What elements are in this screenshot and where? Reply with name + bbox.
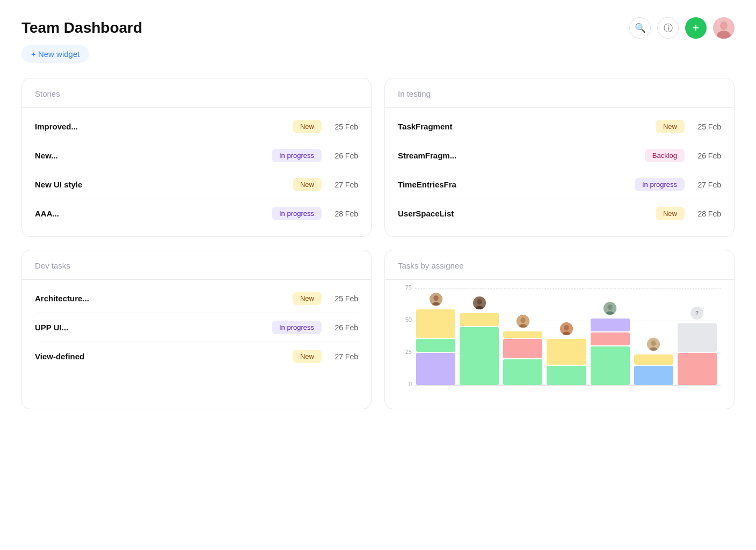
- bar-group: [591, 319, 630, 385]
- bar-avatar: [429, 292, 443, 306]
- bar-segment: [591, 319, 630, 331]
- bar-group: [547, 339, 586, 385]
- bar-avatar: ?: [690, 306, 704, 320]
- dev-tasks-header: Dev tasks: [22, 250, 371, 280]
- task-row[interactable]: TimeEntriesFra In progress 27 Feb: [398, 170, 721, 199]
- task-row[interactable]: StreamFragm... Backlog 26 Feb: [398, 141, 721, 170]
- tasks-by-assignee-widget: Tasks by assignee 7550250?: [384, 250, 735, 409]
- stories-body: Improved... New 25 Feb New... In progres…: [22, 108, 371, 236]
- task-date: 27 Feb: [328, 352, 358, 361]
- stories-header: Stories: [22, 78, 371, 108]
- task-name: TimeEntriesFra: [398, 180, 628, 189]
- svg-point-10: [520, 317, 525, 323]
- new-widget-label: + New widget: [31, 49, 79, 59]
- bar-segment: [416, 353, 455, 385]
- page-title: Team Dashboard: [21, 19, 142, 37]
- bar-stack: [460, 313, 499, 385]
- bar-segment: [591, 332, 630, 345]
- task-name: UPP UI...: [35, 323, 265, 332]
- bar-avatar: [646, 337, 660, 351]
- add-button[interactable]: +: [685, 17, 707, 39]
- bar-segment: [460, 313, 499, 326]
- task-name: TaskFragment: [398, 122, 649, 131]
- bar-stack: [547, 339, 586, 385]
- chart-container: 7550250?: [398, 288, 721, 396]
- y-axis-label: 25: [398, 349, 412, 355]
- task-row[interactable]: AAA... In progress 28 Feb: [35, 199, 358, 228]
- task-date: 25 Feb: [691, 122, 721, 131]
- bar-avatar: [603, 301, 617, 315]
- in-testing-title: In testing: [398, 89, 431, 98]
- header-actions: 🔍 ⓘ +: [629, 17, 735, 39]
- bar-stack: [503, 331, 542, 385]
- task-row[interactable]: New UI style New 27 Feb: [35, 170, 358, 199]
- status-badge: In progress: [635, 178, 685, 191]
- bar-group: [416, 309, 455, 385]
- help-icon: ⓘ: [664, 22, 673, 34]
- help-button[interactable]: ⓘ: [657, 17, 679, 39]
- task-row[interactable]: UserSpaceList New 28 Feb: [398, 199, 721, 228]
- task-row[interactable]: Architecture... New 25 Feb: [35, 284, 358, 313]
- bar-segment: [416, 309, 455, 338]
- x-axis-line: [416, 385, 717, 386]
- bar-group: [460, 313, 499, 385]
- bar-avatar: [516, 314, 530, 328]
- bar-group: ?: [678, 323, 717, 385]
- bar-stack: [678, 323, 717, 385]
- status-badge: New: [293, 350, 322, 363]
- status-badge: In progress: [272, 321, 322, 334]
- dev-tasks-title: Dev tasks: [35, 261, 70, 270]
- task-row[interactable]: New... In progress 26 Feb: [35, 141, 358, 170]
- user-avatar[interactable]: [713, 17, 735, 39]
- svg-text:?: ?: [695, 310, 699, 316]
- in-testing-header: In testing: [385, 78, 734, 108]
- y-axis-label: 50: [398, 316, 412, 323]
- dev-tasks-widget: Dev tasks Architecture... New 25 Feb UPP…: [21, 250, 372, 409]
- task-name: Improved...: [35, 122, 286, 131]
- in-testing-body: TaskFragment New 25 Feb StreamFragm... B…: [385, 108, 734, 236]
- bar-segment: [460, 327, 499, 385]
- task-name: View-defined: [35, 352, 286, 361]
- status-badge: In progress: [272, 149, 322, 162]
- new-widget-button[interactable]: + New widget: [21, 45, 89, 63]
- task-row[interactable]: UPP UI... In progress 26 Feb: [35, 313, 358, 342]
- task-date: 26 Feb: [691, 151, 721, 160]
- plus-icon: +: [693, 21, 700, 35]
- stories-widget: Stories Improved... New 25 Feb New... In…: [21, 78, 372, 237]
- bar-segment: [503, 331, 542, 338]
- svg-point-1: [720, 21, 728, 30]
- bar-group: [634, 354, 673, 385]
- search-button[interactable]: 🔍: [629, 17, 651, 39]
- status-badge: Backlog: [645, 149, 685, 162]
- header-left: Team Dashboard: [21, 19, 142, 37]
- y-axis-label: 0: [398, 381, 412, 387]
- task-date: 25 Feb: [328, 122, 358, 131]
- task-name: UserSpaceList: [398, 209, 649, 218]
- task-row[interactable]: TaskFragment New 25 Feb: [398, 112, 721, 141]
- svg-point-4: [433, 295, 438, 301]
- bar-stack: [634, 354, 673, 385]
- search-icon: 🔍: [635, 23, 646, 34]
- task-date: 28 Feb: [691, 209, 721, 218]
- bar-segment: [547, 339, 586, 365]
- task-date: 27 Feb: [328, 180, 358, 189]
- bar-segment: [634, 354, 673, 365]
- bar-stack: [416, 309, 455, 385]
- chart-area: 7550250?: [385, 280, 734, 409]
- task-row[interactable]: Improved... New 25 Feb: [35, 112, 358, 141]
- task-row[interactable]: View-defined New 27 Feb: [35, 342, 358, 371]
- dashboard-grid: Stories Improved... New 25 Feb New... In…: [21, 78, 735, 409]
- status-badge: New: [293, 292, 322, 305]
- dev-tasks-body: Architecture... New 25 Feb UPP UI... In …: [22, 280, 371, 379]
- task-date: 26 Feb: [328, 323, 358, 332]
- stories-title: Stories: [35, 89, 60, 98]
- bar-segment: [503, 339, 542, 358]
- bar-segment: [416, 339, 455, 352]
- status-badge: New: [293, 120, 322, 133]
- status-badge: New: [293, 178, 322, 191]
- status-badge: In progress: [272, 207, 322, 220]
- status-badge: New: [656, 120, 685, 133]
- bar-segment: [547, 366, 586, 385]
- y-axis-label: 75: [398, 284, 412, 291]
- bar-segment: [678, 353, 717, 385]
